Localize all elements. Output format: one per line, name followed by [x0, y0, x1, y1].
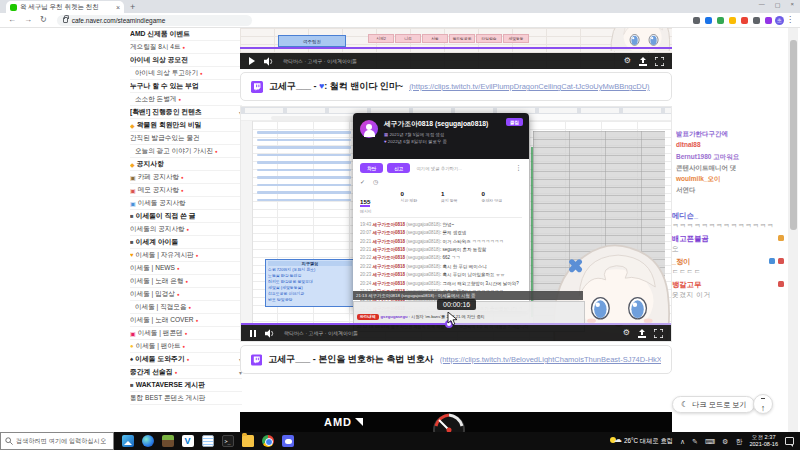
taskbar-clock[interactable]: 오전 2:372021-08-16 — [749, 434, 778, 448]
address-bar[interactable]: cafe.naver.com/steamindiegame — [57, 15, 252, 26]
terminal-icon[interactable] — [222, 435, 234, 447]
sidebar-item[interactable]: 이세돌 | NEWS● — [130, 262, 242, 275]
taskbar-search[interactable]: 검색하려면 여기에 입력하십시오 — [0, 432, 114, 450]
sidebar-item[interactable]: 게으틸질 8시 4트● — [130, 41, 242, 54]
volume-icon[interactable] — [265, 329, 275, 338]
new-tab-button[interactable]: + — [130, 2, 135, 12]
sidebar-item[interactable]: ◆공지사항 — [130, 158, 242, 171]
clip-video-2[interactable]: 지구별정 수원 720번지 (우천시 취소)노들섬 한강 둘레길여의도 한강공원… — [240, 106, 672, 342]
browser-tab[interactable]: 왁 세구님 우천 취켓는 천친 × — [6, 1, 124, 13]
sidebar-item[interactable]: 소소한 돈벌게● — [130, 93, 242, 106]
sidebar-item[interactable]: ■이세돌이 직접 쓴 글 — [130, 210, 242, 223]
clock-icon[interactable]: ◷ — [373, 178, 378, 185]
vscode-icon[interactable] — [182, 435, 194, 447]
extension-icon[interactable] — [717, 17, 724, 24]
report-button[interactable]: 신고 — [387, 163, 410, 173]
chrome-icon[interactable] — [262, 435, 274, 447]
fullscreen-icon[interactable] — [655, 57, 664, 66]
keyboard-icon[interactable]: ⌨ — [705, 438, 715, 445]
maximize-icon[interactable]: ▢ — [775, 1, 781, 8]
clip-link[interactable]: (https://clips.twitch.tv/BelovedLightCha… — [440, 355, 661, 364]
photos-icon[interactable] — [122, 435, 134, 447]
ban-button[interactable]: 차단 — [360, 163, 383, 173]
check-icon[interactable]: ✓ — [360, 178, 365, 185]
sidebar-item[interactable]: 오늘의 광고 이야기 가시진● — [130, 145, 242, 158]
comment-placeholder[interactable]: 여기에 댓글 추가하기... — [416, 166, 462, 171]
bullet-icon: ▣ — [130, 187, 136, 194]
sidebar-item[interactable]: ♥이세돌 | 자유게시판● — [130, 249, 242, 262]
scrollbar-thumb[interactable] — [790, 40, 797, 230]
usercard-stat[interactable]: 0중재자 댓글 — [482, 190, 523, 214]
sidebar-item[interactable]: ■이세계 아이돌 — [130, 236, 242, 249]
extension-icon[interactable] — [741, 17, 748, 24]
sidebar-item[interactable]: 이세돌 | 직캠모음● — [130, 301, 242, 314]
usercard-stat[interactable]: 0시간 제한 — [401, 190, 442, 214]
sidebar-item[interactable]: 이세돌의 공지사항● — [130, 223, 242, 236]
settings-tray-icon[interactable]: ⚙ — [722, 438, 728, 445]
dark-mode-button[interactable]: ☾ 다크 모드로 보기 — [672, 396, 755, 413]
sidebar-item[interactable]: ▣이세돌 | 팬콘텐● — [130, 327, 242, 340]
amd-banner[interactable]: AMD — [240, 412, 672, 432]
sidebar-item[interactable]: 이세돌 | 노래 은행● — [130, 275, 242, 288]
extension-icon[interactable] — [693, 17, 700, 24]
sidebar-item[interactable]: AMD 신제품 이벤트 — [130, 28, 242, 41]
profile-avatar[interactable]: 초 — [775, 16, 784, 25]
usercard-header: 세구가조아0818 (segugajoa0818) ▦ 2021년 7월 5일에… — [353, 113, 529, 159]
fullscreen-icon[interactable] — [654, 329, 663, 338]
edge-icon[interactable] — [142, 435, 154, 447]
settings-gear-icon[interactable]: ⚙ — [623, 329, 630, 337]
volume-icon[interactable] — [264, 57, 274, 66]
sidebar-item[interactable]: ▣메모 공지사항● — [130, 184, 242, 197]
pause-icon[interactable] — [250, 330, 256, 337]
taskbar-weather[interactable]: 26°C 대체로 흐림 — [610, 436, 673, 446]
more-options-icon[interactable]: ⋮ — [515, 164, 522, 172]
folder-icon[interactable] — [242, 435, 254, 447]
clip-link[interactable]: (https://clips.twitch.tv/EvilPlumpDragon… — [409, 82, 650, 91]
extension-icon[interactable] — [705, 17, 712, 24]
tray-expand-icon[interactable]: ∧ — [680, 438, 685, 445]
scroll-to-top-button[interactable]: ↑ — [753, 394, 773, 414]
notification-center-icon[interactable] — [785, 437, 794, 445]
extension-icon[interactable] — [753, 17, 760, 24]
sidebar-item[interactable]: 간직된 발급수있는 물건 — [130, 132, 242, 145]
sidebar-item[interactable]: 중간계 선술집●▾ — [130, 366, 242, 379]
notepad-icon[interactable] — [202, 435, 214, 447]
window-controls[interactable]: —▢× — [759, 1, 794, 8]
back-icon[interactable]: ← — [8, 16, 16, 24]
video-progress-bar[interactable] — [240, 47, 672, 49]
minecraft-icon[interactable] — [162, 435, 174, 447]
sidebar-item[interactable]: 이세돌 | 밈경상● — [130, 288, 242, 301]
sidebar-item[interactable]: ◆왁물원 회원만의 비밀 — [130, 119, 242, 132]
sidebar-item[interactable]: ♠이세돌 도와주기●▾ — [130, 353, 242, 366]
sidebar-item[interactable]: ▣카페 공지사항● — [130, 171, 242, 184]
reload-icon[interactable]: ↻ — [40, 16, 47, 24]
sidebar-item[interactable]: [확밴!] 진행중인 컨텐츠▾ — [130, 106, 242, 119]
sidebar-item[interactable]: 통합 BEST 콘텐츠 게시판 — [130, 392, 242, 405]
settings-gear-icon[interactable]: ⚙ — [624, 57, 631, 65]
minimize-icon[interactable]: — — [759, 1, 765, 8]
sidebar-item[interactable]: 아이네 의상 투고하기● — [130, 67, 242, 80]
clip-video-1[interactable]: 여주팅전 시제2니선서울월드컵공원타임캡슐세빛둥둥 — [240, 28, 672, 69]
browser-menu-icon[interactable]: ⋮ — [786, 15, 794, 24]
pen-icon[interactable]: ✎ — [692, 438, 698, 445]
sidebar-item[interactable]: ■WAKTAVERSE 게시판 — [130, 379, 242, 392]
extension-icon[interactable] — [765, 17, 772, 24]
close-tab-icon[interactable]: × — [116, 4, 120, 11]
sidebar-item[interactable]: 누구나 할 수 있는 부업 — [130, 80, 242, 93]
extension-icon[interactable] — [729, 17, 736, 24]
share-icon[interactable] — [639, 57, 647, 66]
play-icon[interactable] — [249, 57, 255, 65]
sidebar-item[interactable]: 이세돌 | 노래 COVER● — [130, 314, 242, 327]
clip-badge[interactable]: 클립 — [506, 118, 523, 126]
ime-language-indicator[interactable]: 한 — [735, 438, 742, 445]
usercard-stat[interactable]: 155메시지 — [360, 190, 401, 214]
page-scrollbar[interactable] — [788, 28, 798, 432]
window-close-icon[interactable]: × — [790, 1, 794, 8]
sidebar-item[interactable]: ▣이세돌 공지사항 — [130, 197, 242, 210]
sidebar-item[interactable]: ●이세돌 | 팬아트● — [130, 340, 242, 353]
usercard-stat[interactable]: 1금지 항목 — [441, 190, 482, 214]
sidebar-item[interactable]: 아이네 의상 공모전 — [130, 54, 242, 67]
discord-icon[interactable] — [282, 435, 294, 447]
forward-icon[interactable]: → — [24, 16, 32, 24]
share-icon[interactable] — [638, 329, 646, 338]
